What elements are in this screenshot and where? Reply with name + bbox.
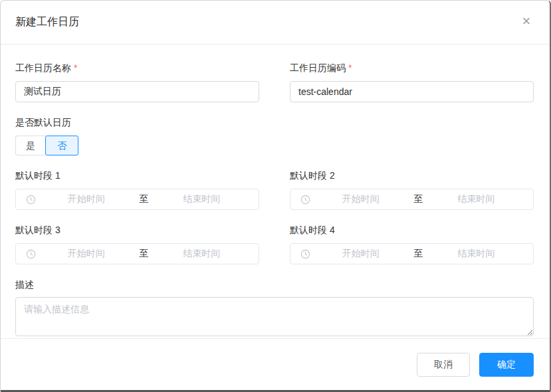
time-range-separator: 至 xyxy=(411,248,426,260)
default-calendar-label: 是否默认日历 xyxy=(15,118,534,127)
start-time-placeholder[interactable]: 开始时间 xyxy=(36,248,137,260)
calendar-name-field: 工作日历名称* xyxy=(15,63,259,102)
end-time-placeholder[interactable]: 结束时间 xyxy=(426,248,527,260)
description-label: 描述 xyxy=(15,280,534,289)
new-work-calendar-dialog: 新建工作日历 × 工作日历名称* 工作日历编码* 是否默认日历 是 否 默认时段… xyxy=(0,0,551,392)
period-4-time-range-picker[interactable]: 开始时间 至 结束时间 xyxy=(290,243,534,264)
period-4-label: 默认时段 4 xyxy=(290,225,534,235)
period-2-label: 默认时段 2 xyxy=(290,171,534,180)
clock-icon xyxy=(300,249,310,259)
start-time-placeholder[interactable]: 开始时间 xyxy=(36,193,137,205)
dialog-footer: 取消 确定 xyxy=(1,338,550,390)
default-calendar-toggle: 是 否 xyxy=(15,136,78,155)
option-no-button[interactable]: 否 xyxy=(45,136,78,155)
clock-icon xyxy=(300,195,310,205)
close-icon[interactable]: × xyxy=(518,13,535,30)
cancel-button[interactable]: 取消 xyxy=(417,353,470,377)
period-2-time-range-picker[interactable]: 开始时间 至 结束时间 xyxy=(290,189,534,210)
clock-icon xyxy=(26,249,36,259)
calendar-code-field: 工作日历编码* xyxy=(290,63,534,102)
period-1-time-range-picker[interactable]: 开始时间 至 结束时间 xyxy=(15,189,259,210)
period-2-field: 默认时段 2 开始时间 至 结束时间 xyxy=(290,171,534,210)
period-1-field: 默认时段 1 开始时间 至 结束时间 xyxy=(15,171,259,210)
time-range-separator: 至 xyxy=(137,248,152,260)
default-calendar-field: 是否默认日历 是 否 xyxy=(15,118,534,165)
end-time-placeholder[interactable]: 结束时间 xyxy=(152,193,253,205)
calendar-name-label: 工作日历名称* xyxy=(15,63,259,72)
description-field: 描述 xyxy=(15,280,534,336)
period-3-label: 默认时段 3 xyxy=(15,225,259,235)
period-3-field: 默认时段 3 开始时间 至 结束时间 xyxy=(15,225,259,264)
required-mark: * xyxy=(74,62,77,73)
dialog-header: 新建工作日历 × xyxy=(1,1,550,45)
end-time-placeholder[interactable]: 结束时间 xyxy=(426,193,527,205)
end-time-placeholder[interactable]: 结束时间 xyxy=(152,248,253,260)
required-mark: * xyxy=(348,62,352,73)
period-3-time-range-picker[interactable]: 开始时间 至 结束时间 xyxy=(15,243,259,264)
dialog-body: 工作日历名称* 工作日历编码* 是否默认日历 是 否 默认时段 1 开始时间 至 xyxy=(1,45,550,338)
start-time-placeholder[interactable]: 开始时间 xyxy=(310,193,411,205)
time-range-separator: 至 xyxy=(137,193,152,205)
time-range-separator: 至 xyxy=(411,193,426,205)
calendar-code-label: 工作日历编码* xyxy=(290,63,534,72)
clock-icon xyxy=(26,195,36,205)
confirm-button[interactable]: 确定 xyxy=(479,353,534,377)
period-4-field: 默认时段 4 开始时间 至 结束时间 xyxy=(290,225,534,264)
option-yes-button[interactable]: 是 xyxy=(15,136,45,155)
calendar-name-input[interactable] xyxy=(15,81,259,102)
dialog-title: 新建工作日历 xyxy=(15,15,79,29)
period-1-label: 默认时段 1 xyxy=(15,171,259,180)
calendar-code-input[interactable] xyxy=(290,81,534,102)
start-time-placeholder[interactable]: 开始时间 xyxy=(310,248,411,260)
description-textarea[interactable] xyxy=(15,297,534,336)
